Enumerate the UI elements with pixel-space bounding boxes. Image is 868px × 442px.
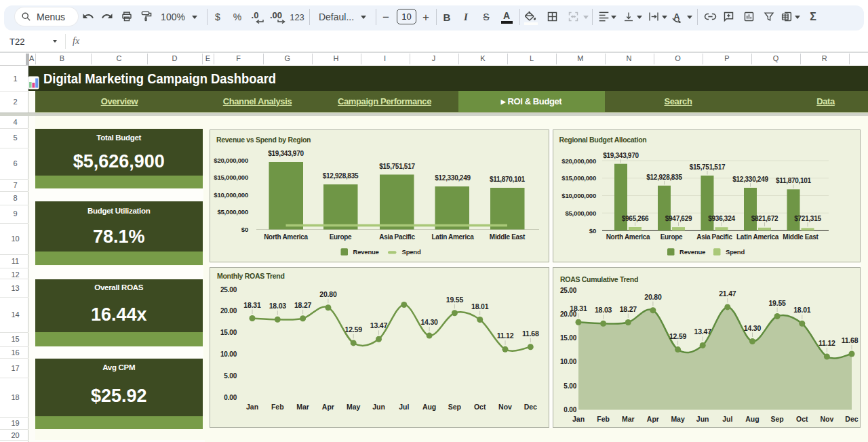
svg-text:20.80: 20.80 [319,290,337,298]
svg-text:$0: $0 [589,227,596,235]
svg-text:Apr: Apr [322,403,334,411]
svg-text:Middle East: Middle East [490,233,526,241]
svg-text:5.00: 5.00 [564,382,576,390]
svg-text:5.00: 5.00 [224,372,237,380]
svg-text:Oct: Oct [796,415,808,423]
svg-text:Sep: Sep [770,415,783,423]
svg-text:20.80: 20.80 [644,293,662,301]
svg-text:Jan: Jan [246,403,258,411]
svg-text:$15,000,000: $15,000,000 [561,174,596,182]
svg-text:11.68: 11.68 [842,336,859,344]
svg-text:Asia Pacific: Asia Pacific [696,233,732,241]
svg-text:$15,751,517: $15,751,517 [690,163,726,171]
svg-text:Europe: Europe [330,233,352,241]
svg-text:18.31: 18.31 [243,301,261,309]
svg-text:$11,870,101: $11,870,101 [776,177,811,184]
svg-text:10.00: 10.00 [220,350,237,358]
svg-text:$12,330,249: $12,330,249 [435,174,471,182]
svg-text:15.00: 15.00 [560,334,577,342]
svg-text:14.30: 14.30 [744,324,762,332]
svg-text:0.00: 0.00 [224,394,237,401]
svg-text:Dec: Dec [524,403,537,411]
svg-text:Middle East: Middle East [783,233,818,241]
svg-text:$15,000,000: $15,000,000 [214,174,248,181]
svg-text:May: May [347,403,361,411]
svg-text:18.27: 18.27 [620,305,637,313]
svg-text:$0: $0 [241,226,248,233]
svg-text:Regional Budget Allocation: Regional Budget Allocation [559,136,647,144]
svg-text:$5,000,000: $5,000,000 [565,209,596,217]
svg-text:18.03: 18.03 [269,302,287,310]
svg-text:Spend: Spend [402,248,421,256]
svg-text:$936,324: $936,324 [708,215,735,222]
svg-text:$19,343,970: $19,343,970 [603,152,639,159]
svg-text:Revenue vs Spend by Region: Revenue vs Spend by Region [216,136,311,144]
svg-text:13.47: 13.47 [370,321,388,329]
svg-text:Aug: Aug [745,415,759,423]
svg-text:Nov: Nov [498,403,512,411]
svg-text:$10,000,000: $10,000,000 [561,192,596,199]
svg-text:Revenue: Revenue [679,248,705,256]
svg-text:Mar: Mar [622,415,635,423]
svg-text:13.47: 13.47 [694,327,712,336]
svg-text:$12,928,835: $12,928,835 [646,174,682,181]
svg-text:Monthly ROAS Trend: Monthly ROAS Trend [217,272,285,280]
svg-text:18.01: 18.01 [471,302,489,310]
svg-text:18.01: 18.01 [793,306,811,314]
svg-text:10.00: 10.00 [560,358,577,365]
svg-text:Mar: Mar [296,403,309,411]
svg-text:$11,870,101: $11,870,101 [490,176,525,183]
svg-text:Jun: Jun [696,415,709,423]
svg-text:Latin America: Latin America [736,233,779,241]
svg-text:Europe: Europe [660,233,683,241]
svg-text:14.30: 14.30 [420,318,438,326]
svg-text:$12,330,249: $12,330,249 [732,176,768,183]
svg-text:21.47: 21.47 [719,289,736,298]
svg-text:Latin America: Latin America [432,233,475,241]
svg-text:$965,266: $965,266 [622,215,649,222]
svg-text:Oct: Oct [474,403,486,411]
svg-text:ROAS Cumulative Trend: ROAS Cumulative Trend [560,275,638,283]
svg-text:Feb: Feb [271,403,284,411]
svg-text:Jun: Jun [372,403,385,411]
svg-text:15.00: 15.00 [220,329,237,336]
svg-text:0.00: 0.00 [564,406,576,414]
svg-text:$15,751,517: $15,751,517 [379,163,415,170]
svg-text:Nov: Nov [820,415,833,423]
svg-text:Apr: Apr [647,415,659,423]
svg-text:$10,000,000: $10,000,000 [214,191,248,199]
svg-text:Jan: Jan [572,415,585,423]
svg-text:11.68: 11.68 [522,329,539,338]
svg-text:Revenue: Revenue [353,248,379,256]
svg-text:$721,315: $721,315 [794,215,821,222]
svg-text:11.12: 11.12 [818,339,835,347]
svg-text:North America: North America [606,233,650,241]
svg-text:May: May [671,415,685,423]
svg-text:19.55: 19.55 [768,299,786,307]
svg-text:North America: North America [264,233,308,241]
svg-text:Spend: Spend [726,248,745,256]
svg-text:$19,343,970: $19,343,970 [268,150,304,157]
svg-text:18.31: 18.31 [570,304,587,313]
svg-text:12.59: 12.59 [669,332,687,340]
svg-text:$12,928,835: $12,928,835 [323,172,359,180]
svg-text:$5,000,000: $5,000,000 [217,208,248,216]
svg-text:Sep: Sep [448,403,461,411]
svg-text:25.00: 25.00 [220,286,237,294]
svg-text:18.03: 18.03 [595,306,612,314]
svg-text:12.59: 12.59 [345,325,363,334]
svg-text:$20,000,000: $20,000,000 [214,157,248,164]
svg-text:11.12: 11.12 [497,332,514,340]
svg-text:25.00: 25.00 [560,287,577,294]
svg-text:19.55: 19.55 [446,296,464,304]
svg-text:Jul: Jul [722,415,732,423]
svg-text:Dec: Dec [845,415,858,423]
svg-text:$947,629: $947,629 [665,215,692,222]
svg-text:20.00: 20.00 [220,307,237,315]
svg-text:$821,672: $821,672 [751,215,778,222]
svg-text:Feb: Feb [597,415,610,423]
svg-text:18.27: 18.27 [294,301,312,309]
svg-text:Aug: Aug [422,403,436,411]
svg-text:$20,000,000: $20,000,000 [561,157,596,165]
svg-text:Asia Pacific: Asia Pacific [379,233,415,241]
